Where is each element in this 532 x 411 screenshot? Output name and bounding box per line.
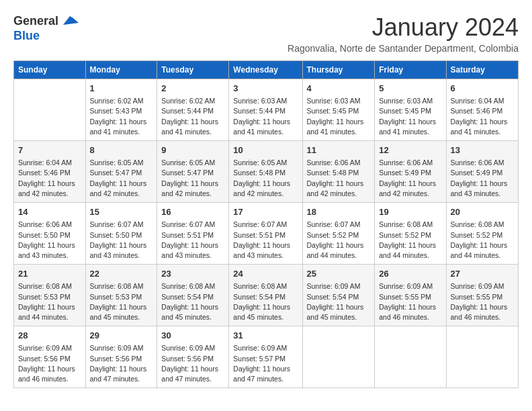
day-number: 31 [233,330,298,342]
calendar-week-row: 1Sunrise: 6:02 AM Sunset: 5:43 PM Daylig… [14,79,519,141]
day-number: 22 [90,268,153,280]
calendar-table: SundayMondayTuesdayWednesdayThursdayFrid… [13,60,519,388]
calendar-cell: 1Sunrise: 6:02 AM Sunset: 5:43 PM Daylig… [85,79,157,141]
cell-info: Sunrise: 6:02 AM Sunset: 5:43 PM Dayligh… [90,96,153,137]
cell-info: Sunrise: 6:03 AM Sunset: 5:44 PM Dayligh… [233,96,298,137]
weekday-header-thursday: Thursday [302,61,375,79]
calendar-cell: 22Sunrise: 6:08 AM Sunset: 5:53 PM Dayli… [85,265,157,326]
calendar-cell: 5Sunrise: 6:03 AM Sunset: 5:45 PM Daylig… [375,79,446,141]
day-number: 19 [379,206,441,218]
cell-info: Sunrise: 6:04 AM Sunset: 5:46 PM Dayligh… [18,158,81,199]
weekday-header-tuesday: Tuesday [157,61,229,79]
calendar-cell: 11Sunrise: 6:06 AM Sunset: 5:48 PM Dayli… [302,141,375,203]
calendar-cell [14,79,86,141]
day-number: 4 [307,83,371,95]
calendar-cell: 14Sunrise: 6:06 AM Sunset: 5:50 PM Dayli… [14,203,86,265]
day-number: 16 [161,206,224,218]
calendar-cell: 16Sunrise: 6:07 AM Sunset: 5:51 PM Dayli… [157,203,229,265]
cell-info: Sunrise: 6:08 AM Sunset: 5:53 PM Dayligh… [90,281,153,322]
calendar-header-row: SundayMondayTuesdayWednesdayThursdayFrid… [14,61,519,79]
cell-info: Sunrise: 6:07 AM Sunset: 5:52 PM Dayligh… [307,220,371,261]
day-number: 2 [161,83,224,95]
calendar-week-row: 7Sunrise: 6:04 AM Sunset: 5:46 PM Daylig… [14,141,519,203]
weekday-header-friday: Friday [375,61,446,79]
calendar-cell: 2Sunrise: 6:02 AM Sunset: 5:44 PM Daylig… [157,79,229,141]
day-number: 14 [18,206,81,218]
day-number: 3 [233,83,298,95]
day-number: 6 [451,83,514,95]
day-number: 21 [18,268,81,280]
cell-info: Sunrise: 6:08 AM Sunset: 5:52 PM Dayligh… [451,220,514,261]
calendar-cell: 19Sunrise: 6:08 AM Sunset: 5:52 PM Dayli… [375,203,446,265]
calendar-week-row: 14Sunrise: 6:06 AM Sunset: 5:50 PM Dayli… [14,203,519,265]
cell-info: Sunrise: 6:09 AM Sunset: 5:55 PM Dayligh… [451,281,514,322]
cell-info: Sunrise: 6:09 AM Sunset: 5:57 PM Dayligh… [233,343,298,384]
cell-info: Sunrise: 6:08 AM Sunset: 5:54 PM Dayligh… [233,281,298,322]
cell-info: Sunrise: 6:09 AM Sunset: 5:55 PM Dayligh… [379,281,441,322]
day-number: 17 [233,206,298,218]
day-number: 18 [307,206,371,218]
logo-general: General [13,14,58,28]
day-number: 5 [379,83,441,95]
cell-info: Sunrise: 6:09 AM Sunset: 5:56 PM Dayligh… [90,343,153,384]
calendar-body: 1Sunrise: 6:02 AM Sunset: 5:43 PM Daylig… [14,79,519,388]
svg-marker-0 [63,16,79,25]
cell-info: Sunrise: 6:03 AM Sunset: 5:45 PM Dayligh… [307,96,371,137]
day-number: 29 [90,330,153,342]
day-number: 7 [18,144,81,156]
cell-info: Sunrise: 6:05 AM Sunset: 5:47 PM Dayligh… [90,158,153,199]
calendar-cell: 4Sunrise: 6:03 AM Sunset: 5:45 PM Daylig… [302,79,375,141]
calendar-cell: 30Sunrise: 6:09 AM Sunset: 5:56 PM Dayli… [157,326,229,388]
day-number: 12 [379,144,441,156]
calendar-cell: 27Sunrise: 6:09 AM Sunset: 5:55 PM Dayli… [446,265,518,326]
day-number: 10 [233,144,298,156]
calendar-cell: 31Sunrise: 6:09 AM Sunset: 5:57 PM Dayli… [229,326,302,388]
calendar-week-row: 28Sunrise: 6:09 AM Sunset: 5:56 PM Dayli… [14,326,519,388]
calendar-cell: 24Sunrise: 6:08 AM Sunset: 5:54 PM Dayli… [229,265,302,326]
day-number: 8 [90,144,153,156]
calendar-cell: 15Sunrise: 6:07 AM Sunset: 5:50 PM Dayli… [85,203,157,265]
day-number: 1 [90,83,153,95]
title-section: January 2024 Ragonvalia, Norte de Santan… [287,13,519,54]
calendar-cell: 18Sunrise: 6:07 AM Sunset: 5:52 PM Dayli… [302,203,375,265]
weekday-header-sunday: Sunday [14,61,86,79]
calendar-cell: 20Sunrise: 6:08 AM Sunset: 5:52 PM Dayli… [446,203,518,265]
month-title: January 2024 [287,13,519,42]
location-subtitle: Ragonvalia, Norte de Santander Departmen… [287,43,519,54]
day-number: 27 [451,268,514,280]
day-number: 15 [90,206,153,218]
calendar-cell [302,326,375,388]
day-number: 9 [161,144,224,156]
calendar-cell: 21Sunrise: 6:08 AM Sunset: 5:53 PM Dayli… [14,265,86,326]
cell-info: Sunrise: 6:06 AM Sunset: 5:49 PM Dayligh… [379,158,441,199]
day-number: 30 [161,330,224,342]
calendar-cell: 7Sunrise: 6:04 AM Sunset: 5:46 PM Daylig… [14,141,86,203]
cell-info: Sunrise: 6:05 AM Sunset: 5:48 PM Dayligh… [233,158,298,199]
cell-info: Sunrise: 6:09 AM Sunset: 5:54 PM Dayligh… [307,281,371,322]
cell-info: Sunrise: 6:02 AM Sunset: 5:44 PM Dayligh… [161,96,224,137]
cell-info: Sunrise: 6:06 AM Sunset: 5:48 PM Dayligh… [307,158,371,199]
cell-info: Sunrise: 6:05 AM Sunset: 5:47 PM Dayligh… [161,158,224,199]
calendar-cell: 29Sunrise: 6:09 AM Sunset: 5:56 PM Dayli… [85,326,157,388]
day-number: 28 [18,330,81,342]
calendar-cell: 28Sunrise: 6:09 AM Sunset: 5:56 PM Dayli… [14,326,86,388]
day-number: 11 [307,144,371,156]
day-number: 25 [307,268,371,280]
cell-info: Sunrise: 6:09 AM Sunset: 5:56 PM Dayligh… [161,343,224,384]
cell-info: Sunrise: 6:03 AM Sunset: 5:45 PM Dayligh… [379,96,441,137]
logo-bird-icon [60,13,80,30]
calendar-cell [375,326,446,388]
logo: General Blue [13,13,80,43]
cell-info: Sunrise: 6:06 AM Sunset: 5:49 PM Dayligh… [451,158,514,199]
calendar-cell: 25Sunrise: 6:09 AM Sunset: 5:54 PM Dayli… [302,265,375,326]
calendar-cell: 26Sunrise: 6:09 AM Sunset: 5:55 PM Dayli… [375,265,446,326]
day-number: 20 [451,206,514,218]
cell-info: Sunrise: 6:06 AM Sunset: 5:50 PM Dayligh… [18,220,81,261]
cell-info: Sunrise: 6:07 AM Sunset: 5:50 PM Dayligh… [90,220,153,261]
cell-info: Sunrise: 6:07 AM Sunset: 5:51 PM Dayligh… [233,220,298,261]
weekday-header-saturday: Saturday [446,61,518,79]
calendar-cell: 6Sunrise: 6:04 AM Sunset: 5:46 PM Daylig… [446,79,518,141]
cell-info: Sunrise: 6:08 AM Sunset: 5:52 PM Dayligh… [379,220,441,261]
day-number: 13 [451,144,514,156]
calendar-cell: 10Sunrise: 6:05 AM Sunset: 5:48 PM Dayli… [229,141,302,203]
